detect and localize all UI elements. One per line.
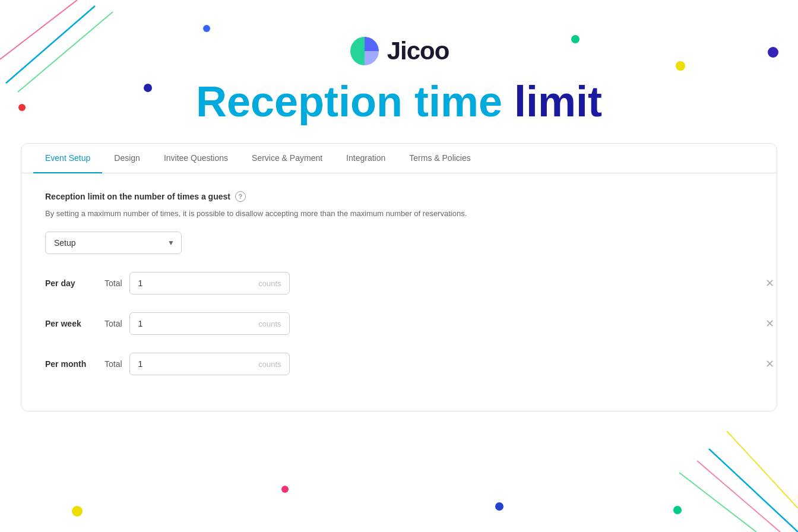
per-month-remove-button[interactable]: ✕ bbox=[763, 356, 777, 372]
tab-integration[interactable]: Integration bbox=[334, 144, 397, 173]
page-title-part1: Reception time bbox=[196, 78, 502, 125]
deco-dot-8 bbox=[281, 486, 289, 493]
per-month-input[interactable] bbox=[129, 353, 290, 375]
tabs-bar: Event Setup Design Invitee Questions Ser… bbox=[21, 144, 777, 173]
per-day-total-label: Total bbox=[104, 278, 122, 288]
tab-invitee-questions[interactable]: Invitee Questions bbox=[152, 144, 240, 173]
per-week-input-wrapper: counts bbox=[129, 312, 290, 335]
svg-line-4 bbox=[727, 431, 798, 508]
per-day-input[interactable] bbox=[129, 272, 290, 294]
per-month-input-wrapper: counts bbox=[129, 353, 290, 375]
svg-line-5 bbox=[697, 461, 780, 532]
per-day-label: Per day bbox=[45, 278, 104, 288]
logo-area: Jicoo bbox=[349, 36, 449, 66]
help-icon[interactable]: ? bbox=[235, 191, 246, 202]
deco-dot-10 bbox=[673, 506, 682, 514]
tab-event-setup[interactable]: Event Setup bbox=[33, 144, 102, 173]
per-day-input-wrapper: counts bbox=[129, 272, 290, 294]
per-week-input[interactable] bbox=[129, 312, 290, 335]
per-month-row: Per month Total counts ✕ bbox=[45, 353, 753, 375]
card-content: Reception limit on the number of times a… bbox=[21, 173, 777, 411]
section-description: By setting a maximum number of times, it… bbox=[45, 208, 753, 220]
tab-service-payment[interactable]: Service & Payment bbox=[240, 144, 334, 173]
logo-icon bbox=[349, 36, 380, 66]
tab-design[interactable]: Design bbox=[102, 144, 152, 173]
per-week-label: Per week bbox=[45, 319, 104, 328]
setup-dropdown[interactable]: Setup Disabled bbox=[45, 232, 182, 254]
tab-terms-policies[interactable]: Terms & Policies bbox=[397, 144, 482, 173]
header: Jicoo Reception time limit bbox=[0, 0, 798, 143]
deco-dot-9 bbox=[495, 502, 504, 511]
deco-dot-7 bbox=[72, 506, 83, 517]
logo-text: Jicoo bbox=[387, 37, 449, 65]
per-week-total-label: Total bbox=[104, 319, 122, 328]
per-month-label: Per month bbox=[45, 359, 104, 369]
per-week-remove-button[interactable]: ✕ bbox=[763, 316, 777, 331]
per-day-row: Per day Total counts ✕ bbox=[45, 272, 753, 294]
per-month-total-label: Total bbox=[104, 359, 122, 369]
svg-line-6 bbox=[679, 473, 756, 532]
page-title-part2: limit bbox=[514, 78, 602, 125]
svg-line-3 bbox=[709, 449, 798, 532]
main-card: Event Setup Design Invitee Questions Ser… bbox=[21, 143, 777, 411]
setup-dropdown-wrapper: Setup Disabled ▼ bbox=[45, 232, 182, 254]
section-title-text: Reception limit on the number of times a… bbox=[45, 192, 230, 201]
deco-lines-bottomright bbox=[650, 413, 798, 532]
section-title: Reception limit on the number of times a… bbox=[45, 191, 753, 202]
page-title: Reception time limit bbox=[196, 78, 602, 125]
per-day-remove-button[interactable]: ✕ bbox=[763, 276, 777, 291]
per-week-row: Per week Total counts ✕ bbox=[45, 312, 753, 335]
